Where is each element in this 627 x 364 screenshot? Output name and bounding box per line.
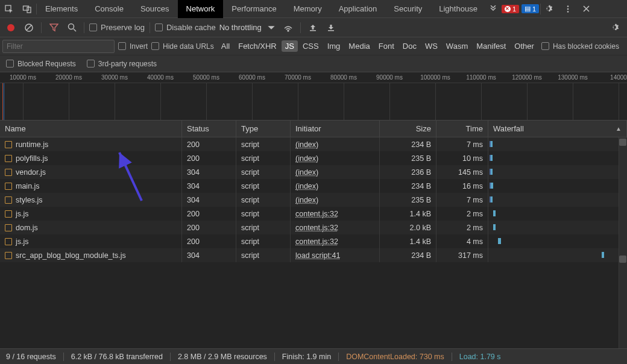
col-name[interactable]: Name — [0, 121, 182, 137]
cell-initiator: load script:41 — [291, 248, 380, 262]
js-file-icon — [5, 183, 12, 190]
filter-bar: Invert Hide data URLs AllFetch/XHRJSCSSI… — [0, 37, 627, 55]
col-size[interactable]: Size — [380, 121, 436, 137]
filter-type-ws[interactable]: WS — [421, 40, 441, 52]
network-toolbar: Preserve log Disable cache No throttling — [0, 18, 627, 37]
cell-time: 2 ms — [436, 207, 488, 221]
filter-type-all[interactable]: All — [218, 40, 233, 52]
hide-data-urls-checkbox[interactable]: Hide data URLs — [151, 42, 214, 51]
table-row[interactable]: js.js200scriptcontent.js:321.4 kB2 ms — [0, 207, 627, 221]
col-status[interactable]: Status — [182, 121, 236, 137]
kebab-icon[interactable] — [559, 0, 577, 18]
search-icon[interactable] — [65, 20, 79, 35]
status-load: Load: 1.79 s — [459, 353, 501, 361]
cell-name: js.js — [0, 234, 182, 248]
filter-type-js[interactable]: JS — [282, 40, 298, 52]
cell-size: 1.4 kB — [380, 234, 436, 248]
cell-name: main.js — [0, 179, 182, 193]
table-row[interactable]: main.js304script(index)234 B16 ms — [0, 179, 627, 193]
timeline-tick: 20000 ms — [46, 72, 92, 83]
settings-icon[interactable] — [541, 0, 559, 18]
network-conditions-icon[interactable] — [281, 20, 295, 35]
timeline-overview[interactable]: 10000 ms20000 ms30000 ms40000 ms50000 ms… — [0, 72, 627, 121]
inspect-icon[interactable] — [0, 0, 18, 18]
initiator-link[interactable]: (index) — [295, 168, 318, 177]
blocked-requests-checkbox[interactable]: Blocked Requests — [6, 60, 76, 68]
table-row[interactable]: vendor.js304script(index)236 B145 ms — [0, 165, 627, 179]
cell-type: script — [236, 137, 291, 151]
filter-type-media[interactable]: Media — [345, 40, 373, 52]
preserve-log-checkbox[interactable]: Preserve log — [89, 23, 145, 32]
tab-performance[interactable]: Performance — [223, 0, 285, 18]
table-row[interactable]: styles.js304script(index)235 B7 ms — [0, 193, 627, 207]
cell-initiator: (index) — [291, 165, 380, 179]
table-row[interactable]: polyfills.js200script(index)235 B10 ms — [0, 151, 627, 165]
close-icon[interactable] — [577, 0, 595, 18]
table-row[interactable]: dom.js200scriptcontent.js:322.0 kB2 ms — [0, 221, 627, 234]
cell-waterfall — [488, 151, 627, 165]
tab-memory[interactable]: Memory — [285, 0, 330, 18]
throttling-select[interactable]: No throttling — [219, 23, 277, 32]
tab-network[interactable]: Network — [178, 0, 224, 18]
cell-status: 200 — [182, 207, 236, 221]
filter-type-wasm[interactable]: Wasm — [443, 40, 471, 52]
initiator-link[interactable]: content.js:32 — [295, 237, 338, 246]
initiator-link[interactable]: (index) — [295, 140, 318, 149]
initiator-link[interactable]: (index) — [295, 154, 318, 163]
col-type[interactable]: Type — [236, 121, 291, 137]
timeline-tick: 70000 ms — [275, 72, 321, 83]
scrollbar[interactable] — [619, 137, 627, 348]
third-party-checkbox[interactable]: 3rd-party requests — [87, 60, 157, 68]
cell-size: 236 B — [380, 165, 436, 179]
filter-type-css[interactable]: CSS — [299, 40, 323, 52]
table-row[interactable]: js.js200scriptcontent.js:321.4 kB4 ms — [0, 234, 627, 248]
record-button[interactable] — [4, 20, 18, 35]
filter-type-font[interactable]: Font — [375, 40, 398, 52]
tab-application[interactable]: Application — [330, 0, 386, 18]
disable-cache-checkbox[interactable]: Disable cache — [155, 23, 216, 32]
invert-checkbox[interactable]: Invert — [118, 42, 148, 51]
cell-status: 200 — [182, 234, 236, 248]
timeline-tick: 100000 ms — [412, 72, 458, 83]
filter-type-manifest[interactable]: Manifest — [473, 40, 509, 52]
download-icon[interactable] — [324, 20, 338, 35]
cell-type: script — [236, 221, 291, 234]
cell-size: 234 B — [380, 179, 436, 193]
initiator-link[interactable]: content.js:32 — [295, 210, 338, 218]
device-icon[interactable] — [18, 0, 36, 18]
upload-icon[interactable] — [306, 20, 320, 35]
initiator-link[interactable]: (index) — [295, 182, 318, 190]
tab-security[interactable]: Security — [385, 0, 430, 18]
clear-button[interactable] — [22, 20, 36, 35]
filter-input[interactable] — [2, 40, 115, 53]
initiator-link[interactable]: load script:41 — [295, 251, 340, 260]
filter-type-other[interactable]: Other — [511, 40, 538, 52]
timeline-tick: 80000 ms — [321, 72, 367, 83]
more-tabs-icon[interactable] — [486, 0, 500, 18]
cell-time: 7 ms — [436, 137, 488, 151]
filter-toggle-icon[interactable] — [46, 20, 61, 35]
filter-type-fetchxhr[interactable]: Fetch/XHR — [235, 40, 280, 52]
has-blocked-cookies-checkbox[interactable]: Has blocked cookies — [541, 42, 619, 51]
tab-sources[interactable]: Sources — [132, 0, 178, 18]
tab-elements[interactable]: Elements — [37, 0, 86, 18]
timeline-tick: 110000 ms — [458, 72, 504, 83]
initiator-link[interactable]: (index) — [295, 196, 318, 204]
filter-type-img[interactable]: Img — [324, 40, 344, 52]
col-initiator[interactable]: Initiator — [291, 121, 380, 137]
tab-console[interactable]: Console — [86, 0, 132, 18]
cell-type: script — [236, 248, 291, 262]
panel-settings-icon[interactable] — [609, 20, 623, 35]
col-waterfall[interactable]: Waterfall▲ — [488, 121, 627, 137]
col-time[interactable]: Time — [436, 121, 488, 137]
error-badge[interactable]: ✕1 — [502, 5, 519, 13]
table-row[interactable]: src_app_blog_blog_module_ts.js304scriptl… — [0, 248, 627, 262]
info-badge[interactable]: ▤1 — [521, 4, 539, 13]
filter-type-doc[interactable]: Doc — [399, 40, 420, 52]
tab-lighthouse[interactable]: Lighthouse — [430, 0, 486, 18]
initiator-link[interactable]: content.js:32 — [295, 224, 338, 232]
table-row[interactable]: runtime.js200script(index)234 B7 ms — [0, 137, 627, 151]
cell-size: 234 B — [380, 137, 436, 151]
js-file-icon — [5, 224, 12, 231]
cell-status: 304 — [182, 165, 236, 179]
